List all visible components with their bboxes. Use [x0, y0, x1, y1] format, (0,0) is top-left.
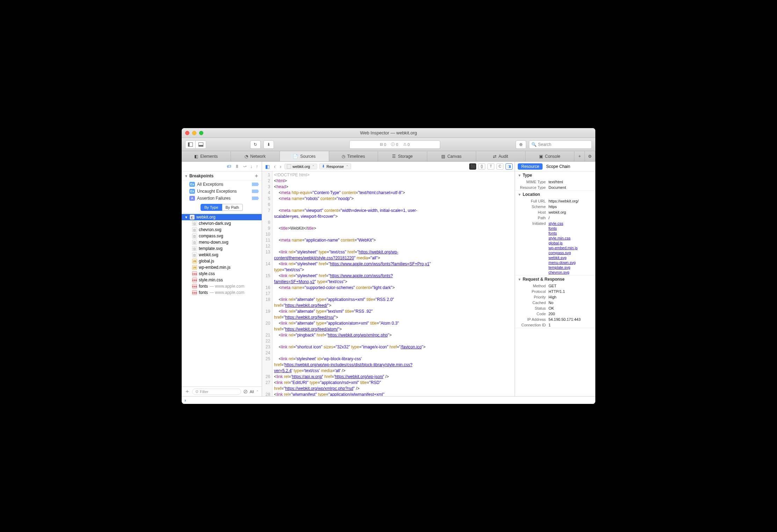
tab-resource[interactable]: Resource — [518, 163, 543, 170]
type-profile-button[interactable]: T — [487, 163, 494, 170]
issues-icon[interactable]: ⊘ — [243, 388, 248, 395]
filter-input[interactable]: ⊙ Filter — [192, 389, 241, 395]
initiated-link[interactable]: global.js — [549, 241, 593, 245]
console-prompt-icon: › — [184, 398, 186, 403]
initiated-label: Initiated — [518, 221, 549, 274]
settings-button[interactable]: ⚙ — [585, 151, 595, 161]
initiated-link[interactable]: fonts — [549, 231, 593, 235]
console-icon: ▣ — [539, 154, 543, 159]
svg-file-icon: ◫ — [192, 246, 197, 251]
nav-back-button[interactable]: ‹ — [273, 164, 277, 169]
storage-icon: ☰ — [392, 154, 396, 159]
detail-row: Code200 — [515, 311, 595, 317]
tab-sources[interactable]: 📄Sources — [280, 151, 329, 161]
breakpoints-header[interactable]: ▼ Breakpoints ＋ — [182, 171, 262, 181]
add-breakpoint-button[interactable]: ＋ — [254, 173, 259, 179]
file-item[interactable]: ◫webkit.svg — [192, 252, 262, 258]
section-location-header[interactable]: ▼Location — [515, 191, 595, 198]
tab-canvas[interactable]: ▨Canvas — [427, 151, 477, 161]
initiated-link[interactable]: fonts — [549, 226, 593, 230]
dock-side-button[interactable] — [185, 140, 196, 149]
initiated-link[interactable]: wp-embed.min.js — [549, 246, 593, 250]
toggle-left-sidebar-button[interactable]: ◧ — [264, 164, 271, 169]
tab-audit[interactable]: ⇄Audit — [476, 151, 525, 161]
svg-rect-1 — [188, 142, 190, 146]
initiated-link[interactable]: chevron.svg — [549, 270, 593, 274]
breakpoint-tag-icon — [252, 183, 259, 186]
elements-icon: ◧ — [194, 154, 198, 159]
file-item[interactable]: ◫chevron.svg — [192, 227, 262, 233]
tab-console[interactable]: ▣Console — [525, 151, 575, 161]
detail-row: IP Address54.190.50.171:443 — [515, 317, 595, 322]
tree-root-item[interactable]: ▼ ◧ webkit.org — [182, 214, 262, 220]
file-item[interactable]: cssstyle.css — [192, 271, 262, 277]
new-tab-button[interactable]: ＋ — [574, 151, 585, 161]
add-resource-button[interactable]: ＋ — [184, 388, 190, 395]
pretty-print-button[interactable]: ⬛ — [469, 163, 476, 170]
tab-timelines[interactable]: ◷Timelines — [329, 151, 378, 161]
disclosure-icon: ▼ — [184, 215, 188, 219]
curly-braces-icon[interactable]: {} — [478, 163, 485, 170]
file-item[interactable]: JSwp-embed.min.js — [192, 264, 262, 271]
debugger-toolbar: 🏷 ⏸ ⤻ ↓ ↑ — [182, 162, 262, 171]
file-item[interactable]: ◫chevron-dark.svg — [192, 220, 262, 227]
console-bar[interactable]: › — [182, 396, 595, 404]
code-view[interactable]: 1234567891011121314151617181920212223242… — [262, 171, 515, 396]
inspect-element-button[interactable]: ⊕ — [516, 140, 526, 149]
initiated-link[interactable]: menu-down.svg — [549, 260, 593, 265]
file-item[interactable]: ◫menu-down.svg — [192, 239, 262, 245]
status-pill[interactable]: ⊟ 0 ⓘ 0 ⚠ 0 — [349, 140, 440, 149]
reload-button[interactable]: ↻ — [250, 140, 261, 149]
search-placeholder: Search — [538, 142, 551, 147]
initiated-link[interactable]: style.min.css — [549, 236, 593, 240]
dock-bottom-button[interactable] — [196, 140, 206, 149]
step-out-icon[interactable]: ↑ — [256, 164, 259, 169]
section-type-header[interactable]: ▼Type — [515, 171, 595, 179]
nav-forward-button[interactable]: › — [279, 164, 283, 169]
file-item[interactable]: cssstyle.min.css — [192, 277, 262, 283]
js-file-icon: JS — [192, 265, 197, 270]
detail-row: PriorityHigh — [515, 294, 595, 300]
warnings-count: ⚠ 0 — [403, 142, 410, 147]
initiated-link[interactable]: compass.svg — [549, 251, 593, 255]
tab-scope-chain[interactable]: Scope Chain — [546, 164, 570, 169]
file-item[interactable]: ◫template.svg — [192, 245, 262, 252]
css-file-icon: css — [192, 290, 197, 295]
titlebar[interactable]: Web Inspector — webkit.org — [182, 128, 595, 138]
file-item[interactable]: ◫compass.svg — [192, 233, 262, 239]
filter-all-label[interactable]: All — [250, 390, 254, 394]
section-rr-header[interactable]: ▼Request & Response — [515, 275, 595, 283]
by-type-button[interactable]: By Type — [201, 204, 222, 211]
breakpoint-item[interactable]: AAssertion Failures — [182, 195, 262, 202]
tab-elements[interactable]: ◧Elements — [182, 151, 231, 161]
chevron-icon[interactable]: ⌃ — [256, 390, 259, 393]
file-item[interactable]: JSglobal.js — [192, 258, 262, 264]
breakpoint-item[interactable]: ExUncaught Exceptions — [182, 188, 262, 195]
file-item[interactable]: cssfonts — www.apple.com — [192, 289, 262, 296]
file-item[interactable]: cssfonts — www.apple.com — [192, 283, 262, 289]
breakpoint-item[interactable]: ExAll Exceptions — [182, 181, 262, 188]
step-over-icon[interactable]: ⤻ — [243, 164, 247, 169]
initiated-link[interactable]: template.svg — [549, 265, 593, 269]
tree-root-label: webkit.org — [196, 215, 216, 220]
initiated-link[interactable]: style.css — [549, 221, 593, 226]
initiated-link[interactable]: webkit.svg — [549, 256, 593, 260]
tab-storage[interactable]: ☰Storage — [378, 151, 427, 161]
breadcrumb-file[interactable]: webkit.org⌃ — [284, 164, 317, 169]
detail-row: ProtocolHTTP/1.1 — [515, 289, 595, 294]
coverage-button[interactable]: C — [496, 163, 503, 170]
disclosure-icon: ▼ — [184, 174, 188, 178]
by-path-button[interactable]: By Path — [222, 204, 243, 211]
pause-icon[interactable]: ⏸ — [235, 164, 239, 169]
detail-row: StatusOK — [515, 305, 595, 311]
search-input[interactable]: 🔍 Search — [529, 140, 592, 149]
svg-rect-3 — [198, 145, 203, 146]
document-icon: ◧ — [190, 215, 195, 220]
step-into-icon[interactable]: ↓ — [250, 164, 253, 169]
breadcrumb-view[interactable]: ⬇Response⌃ — [319, 163, 351, 169]
breakpoint-marker-icon[interactable]: 🏷 — [227, 164, 231, 169]
download-button[interactable]: ⬇ — [263, 140, 274, 149]
tab-network[interactable]: ◔Network — [231, 151, 280, 161]
inspector-window: Web Inspector — webkit.org ↻ ⬇ ⊟ 0 ⓘ 0 ⚠… — [182, 128, 595, 404]
toggle-right-sidebar-button[interactable]: ◨ — [506, 163, 513, 170]
